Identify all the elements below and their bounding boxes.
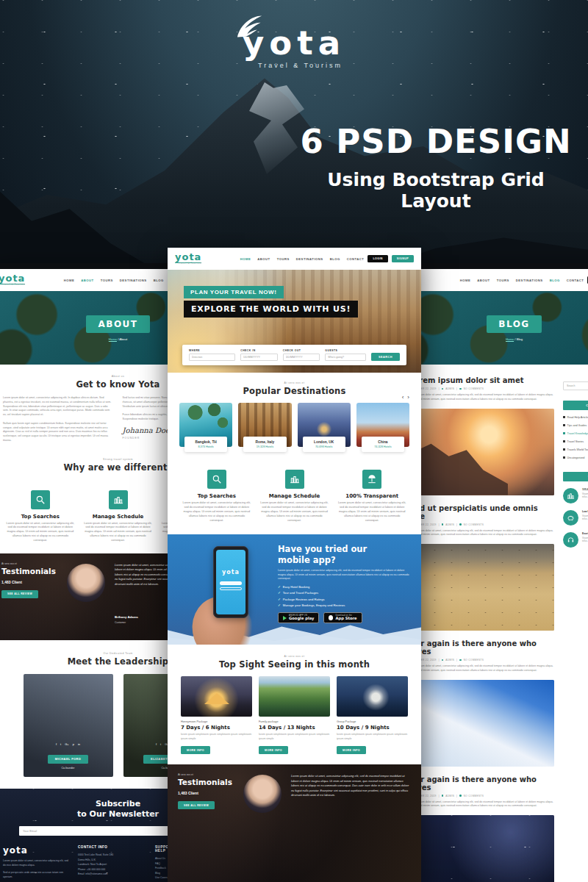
instagram-icon[interactable]: in xyxy=(78,742,80,746)
sight-card: Honeymoon Package 7 Days / 6 Nights lore… xyxy=(181,676,252,754)
destination-hotels: 74,328 Hotels xyxy=(363,445,403,448)
feature-title: Manage Schedule xyxy=(84,514,153,520)
more-info-button[interactable]: MORE INFO xyxy=(337,746,366,754)
destination-card[interactable]: Rome, Italy 19,328 Hotels xyxy=(238,403,291,452)
twitter-icon[interactable]: t xyxy=(60,742,61,746)
categories-header: CATEGORIES xyxy=(563,401,588,410)
mobile-app-section: yota Have you tried our mobile app? Lore… xyxy=(168,534,421,645)
destination-name: London, UK xyxy=(304,440,344,444)
category-item[interactable]: Travel Stories xyxy=(563,437,588,445)
check-icon: ✓ xyxy=(278,603,281,607)
package-text: lorem ipsum simpletoem ipsum simpletoem … xyxy=(337,733,408,741)
nav-blog[interactable]: BLOG xyxy=(154,279,164,282)
prev-arrow-icon[interactable]: ‹ xyxy=(402,395,404,401)
app-store-badge[interactable]: Download on the App Store xyxy=(323,612,362,623)
search-button[interactable]: SEARCH xyxy=(371,353,400,361)
testimonial-avatar xyxy=(67,564,105,602)
post-image-starry-sky[interactable] xyxy=(409,815,554,882)
guests-field-group: GUESTS xyxy=(325,349,366,362)
google-play-badge[interactable]: ANDROID APP ON Google play xyxy=(278,612,319,623)
nav-tours[interactable]: TOURS xyxy=(277,257,290,261)
nav-home[interactable]: HOME xyxy=(240,257,251,261)
nav-home[interactable]: HOME xyxy=(460,279,471,282)
more-info-button[interactable]: MORE INFO xyxy=(181,746,210,754)
breadcrumb-home-link[interactable]: Home xyxy=(109,337,117,341)
more-info-button[interactable]: MORE INFO xyxy=(259,746,288,754)
site-logo[interactable]: yota Travel & Tourism xyxy=(175,252,201,265)
promo-headline: 6 PSD DESIGN xyxy=(295,123,576,160)
team-member-card[interactable]: f t G+ p in MICHAEL FORD Co-founder xyxy=(24,674,113,777)
client-count: 1,483 Client xyxy=(1,580,64,584)
category-item[interactable]: Uncategorized xyxy=(563,453,588,462)
category-item[interactable]: Read Help Articles xyxy=(563,413,588,421)
top-sights-section: At vero eos et Top Sight Seeing in this … xyxy=(168,645,421,754)
signup-button[interactable]: SIGNUP xyxy=(392,255,414,262)
author-icon xyxy=(442,388,444,390)
bullet-icon xyxy=(563,448,565,451)
destination-card[interactable]: London, UK 70,698 Hotels xyxy=(298,403,351,452)
see-all-review-button[interactable]: SEE ALL REVIEW xyxy=(1,590,38,598)
search-input[interactable] xyxy=(563,381,588,390)
nav-destinations[interactable]: DESTINATIONS xyxy=(120,279,147,282)
sight-cards: Honeymoon Package 7 Days / 6 Nights lore… xyxy=(168,676,421,754)
nav-tours[interactable]: TOURS xyxy=(101,279,113,282)
app-feature-item: ✓Manage your Bookings, Enquiry and Revie… xyxy=(278,603,411,607)
why-book-item: Excellent Support Vivamus fermentum odio… xyxy=(563,532,588,548)
post-title[interactable]: Sed ut perspiciatis unde omnis iste xyxy=(409,504,554,520)
breadcrumb-home-link[interactable]: Home xyxy=(506,337,514,341)
nav-about[interactable]: ABOUT xyxy=(257,257,270,261)
guests-input[interactable] xyxy=(325,354,366,361)
feature-text: Lorem ipsum dolor sit amet, consectetur … xyxy=(337,501,406,523)
destination-card[interactable]: Bangkok, TH 8,373 Hotels xyxy=(179,403,232,452)
facebook-icon[interactable]: f xyxy=(56,742,57,746)
checkin-input[interactable] xyxy=(240,354,278,361)
nav-home[interactable]: HOME xyxy=(64,279,75,282)
feature-manage-schedule: Manage Schedule Lorem ipsum dolor sit am… xyxy=(260,470,329,523)
post-image-snowboarder[interactable] xyxy=(409,680,554,767)
where-input[interactable] xyxy=(189,354,235,361)
googleplus-icon[interactable]: G+ xyxy=(65,742,68,746)
nav-about[interactable]: ABOUT xyxy=(81,279,93,282)
post-title[interactable]: Nor again is there anyone who loves xyxy=(409,775,554,792)
pinterest-icon[interactable]: p xyxy=(73,742,74,746)
nav-blog[interactable]: BLOG xyxy=(330,257,340,261)
team-member-name[interactable]: MICHAEL FORD xyxy=(48,755,88,764)
nav-contact[interactable]: CONTACT xyxy=(347,257,365,261)
destination-hotels: 8,373 Hotels xyxy=(186,445,226,448)
nav-contact[interactable]: CONTACT xyxy=(567,279,584,282)
promo-poster: yota Travel & Tourism 6 PSD DESIGN Using… xyxy=(0,0,588,882)
brand-tagline: Travel & Tourism xyxy=(243,62,345,69)
post-title[interactable]: Lorem ipsum dolor sit amet xyxy=(409,376,554,384)
nav-destinations[interactable]: DESTINATIONS xyxy=(296,257,323,261)
testimonial-quote: Lorem ipsum dolor sit amet, consectetur … xyxy=(291,774,412,797)
post-meta: NOVEMBER 22, 2019| ADMIN| NO COMMENTS xyxy=(409,523,554,526)
category-item[interactable]: Tips and Guides xyxy=(563,421,588,429)
nav-destinations[interactable]: DESTINATIONS xyxy=(516,279,543,282)
why-book-header: WHY BOOK xyxy=(563,472,588,481)
popular-destinations-section: At vero eos et Popular Destinations ‹ › … xyxy=(168,373,421,452)
checkout-input[interactable] xyxy=(283,354,320,361)
phone-screen: yota xyxy=(216,550,245,614)
nav-blog[interactable]: BLOG xyxy=(550,279,560,282)
package-type: Group Package xyxy=(337,720,408,723)
post-title[interactable]: Nor again is there anyone who loves xyxy=(409,639,554,656)
category-item[interactable]: Travel Knowledgebase xyxy=(563,429,588,437)
why-book-title: Low Rates xyxy=(582,510,588,513)
post-image-beach[interactable] xyxy=(409,544,554,631)
login-button[interactable]: LOGIN xyxy=(368,255,387,262)
destination-card[interactable]: China 74,328 Hotels xyxy=(356,403,409,452)
testimonials-title: Testimonials xyxy=(178,778,240,786)
category-item[interactable]: Travels World Tours xyxy=(563,445,588,453)
see-all-review-button[interactable]: SEE ALL REVIEW xyxy=(178,801,215,809)
nav-about[interactable]: ABOUT xyxy=(477,279,490,282)
category-list: Read Help Articles Tips and Guides Trave… xyxy=(563,413,588,462)
brand-logo: yota Travel & Tourism xyxy=(243,26,345,69)
next-arrow-icon[interactable]: › xyxy=(407,395,409,401)
post-image-hiker-sunset[interactable] xyxy=(409,409,554,495)
facebook-icon[interactable]: f xyxy=(156,742,157,746)
feature-text: Lorem ipsum dolor sit amet, consectetur … xyxy=(182,501,251,523)
piggy-bank-icon xyxy=(563,510,578,526)
site-logo[interactable]: yota Travel & Tourism xyxy=(0,273,25,287)
twitter-icon[interactable]: t xyxy=(160,742,161,746)
nav-tours[interactable]: TOURS xyxy=(497,279,509,282)
